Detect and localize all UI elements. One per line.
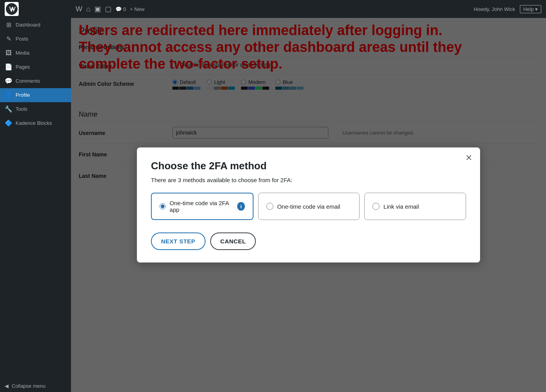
- sidebar-item-label: Pages: [16, 64, 30, 71]
- sidebar-item-profile[interactable]: 👤 Profile: [0, 88, 71, 102]
- collapse-menu-button[interactable]: ◀ Collapse menu: [0, 380, 71, 392]
- method-options: One-time code via 2FA app i One-time cod…: [151, 193, 466, 220]
- modal-actions: NEXT STEP CANCEL: [151, 232, 466, 250]
- sidebar-item-kadence[interactable]: 🔷 Kadence Blocks: [0, 116, 71, 130]
- sidebar-item-pages[interactable]: 📄 Pages: [0, 60, 71, 74]
- sidebar-item-label: Media: [16, 50, 29, 57]
- sidebar-logo[interactable]: [0, 0, 71, 18]
- topbar-new-button[interactable]: + New: [130, 6, 144, 12]
- method-email-link-radio[interactable]: [372, 203, 379, 210]
- screen1-icon[interactable]: ▣: [94, 5, 101, 13]
- screen2-icon[interactable]: ▢: [105, 5, 112, 13]
- topbar-right: Howdy, John Wick Help ▾: [474, 5, 541, 13]
- topbar-howdy: Howdy, John Wick: [474, 6, 515, 12]
- wp-logo-icon[interactable]: W: [76, 5, 82, 13]
- next-step-button[interactable]: NEXT STEP: [151, 232, 206, 250]
- method-app-radio[interactable]: [160, 203, 166, 210]
- modal-title: Choose the 2FA method: [151, 160, 466, 172]
- method-email-code[interactable]: One-time code via email: [258, 193, 360, 220]
- sidebar: ⊞ Dashboard ✎ Posts 🖼 Media 📄 Pages 💬 Co…: [0, 0, 71, 392]
- topbar: W ⌂ ▣ ▢ 💬 0 + New Howdy, John Wick Help …: [71, 0, 546, 18]
- method-email-code-label: One-time code via email: [277, 203, 340, 210]
- sidebar-item-posts[interactable]: ✎ Posts: [0, 32, 71, 46]
- sidebar-item-label: Posts: [16, 35, 28, 43]
- posts-icon: ✎: [5, 35, 12, 43]
- sidebar-item-label: Profile: [16, 92, 30, 99]
- home-icon[interactable]: ⌂: [86, 5, 90, 13]
- topbar-left: W ⌂ ▣ ▢ 💬 0 + New: [76, 5, 144, 13]
- method-email-code-radio[interactable]: [266, 203, 273, 210]
- sidebar-navigation: ⊞ Dashboard ✎ Posts 🖼 Media 📄 Pages 💬 Co…: [0, 18, 71, 380]
- sidebar-item-comments[interactable]: 💬 Comments: [0, 74, 71, 88]
- comment-bubble-icon: 💬: [115, 6, 122, 12]
- modal-subtitle: There are 3 methods available to choose …: [151, 177, 466, 183]
- kadence-icon: 🔷: [5, 119, 12, 127]
- pages-icon: 📄: [5, 63, 12, 71]
- method-app-info-badge: i: [237, 202, 245, 211]
- profile-icon: 👤: [5, 91, 12, 99]
- sidebar-item-media[interactable]: 🖼 Media: [0, 46, 71, 60]
- cancel-button[interactable]: CANCEL: [210, 232, 256, 250]
- method-email-link-label: Link via email: [383, 203, 419, 210]
- collapse-icon: ◀: [5, 383, 9, 389]
- tools-icon: 🔧: [5, 105, 12, 113]
- media-icon: 🖼: [5, 49, 12, 57]
- dashboard-icon: ⊞: [5, 21, 12, 29]
- modal-backdrop[interactable]: ✕ Choose the 2FA method There are 3 meth…: [71, 18, 546, 392]
- sidebar-item-label: Dashboard: [16, 21, 41, 28]
- topbar-comments[interactable]: 💬 0: [115, 6, 126, 12]
- method-app[interactable]: One-time code via 2FA app i: [151, 193, 254, 220]
- sidebar-item-label: Comments: [16, 78, 40, 85]
- sidebar-item-tools[interactable]: 🔧 Tools: [0, 102, 71, 116]
- comments-icon: 💬: [5, 77, 12, 85]
- topbar-help-button[interactable]: Help ▾: [520, 5, 541, 13]
- modal-close-button[interactable]: ✕: [465, 154, 472, 162]
- method-email-link[interactable]: Link via email: [364, 193, 466, 220]
- sidebar-item-label: Tools: [16, 106, 27, 113]
- sidebar-item-dashboard[interactable]: ⊞ Dashboard: [0, 18, 71, 32]
- method-app-label: One-time code via 2FA app: [170, 200, 232, 213]
- 2fa-modal: ✕ Choose the 2FA method There are 3 meth…: [137, 147, 480, 263]
- sidebar-item-label: Kadence Blocks: [16, 120, 52, 127]
